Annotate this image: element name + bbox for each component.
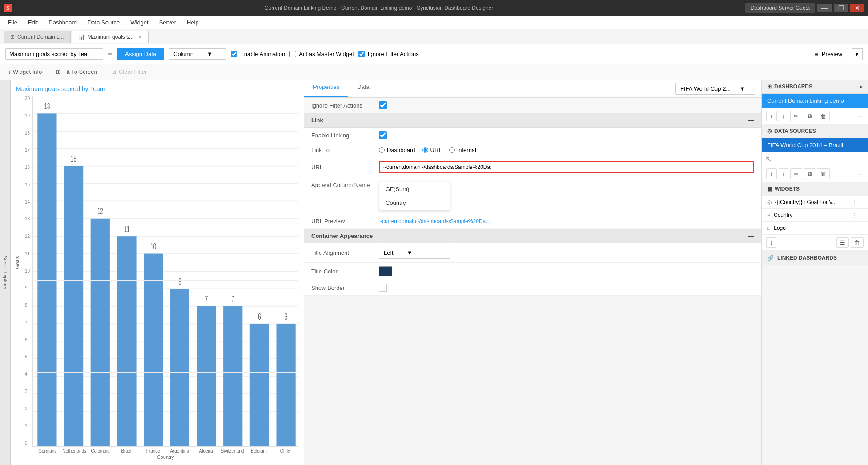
add-dashboard-btn[interactable]: +	[766, 111, 777, 121]
link-to-dashboard-label[interactable]: Dashboard	[379, 147, 415, 153]
datasources-header-inner: ◎ DATA SOURCES	[767, 128, 816, 134]
delete-dashboard-btn[interactable]: 🗑	[817, 111, 830, 121]
widget-item-2[interactable]: □ Logo	[762, 222, 868, 235]
preview-label: Preview	[822, 51, 842, 57]
server-guest-button[interactable]: Dashboard Server Guest	[745, 3, 815, 13]
tab-properties[interactable]: Properties	[304, 80, 348, 97]
copy-dashboard-btn[interactable]: ⧉	[804, 111, 815, 121]
append-col-option-country[interactable]: Country	[379, 196, 450, 210]
link-to-internal-label[interactable]: Internal	[449, 147, 476, 153]
preview-dropdown-button[interactable]: ▼	[852, 48, 863, 60]
current-domain-demo-item[interactable]: Current Domain Linking demo	[762, 94, 868, 108]
svg-text:12: 12	[97, 206, 103, 217]
cursor-icon: ↖	[765, 154, 772, 164]
link-to-url-radio[interactable]	[422, 147, 428, 153]
ignore-filter-actions-row: Ignore Filter Actions	[304, 98, 761, 113]
widget-info-button[interactable]: i Widget Info	[5, 67, 45, 77]
menu-dashboard[interactable]: Dashboard	[44, 17, 81, 28]
widget-list-btn[interactable]: ☰	[836, 237, 849, 248]
widgets-icon: ▦	[767, 186, 772, 192]
ignore-filter-group: Ignore Filter Actions	[358, 51, 419, 57]
link-collapse-icon[interactable]: —	[748, 117, 754, 124]
edit-datasource-btn[interactable]: ✏	[790, 168, 802, 179]
copy-datasource-btn[interactable]: ⧉	[804, 168, 815, 179]
title-color-swatch[interactable]	[379, 266, 392, 276]
enable-animation-checkbox[interactable]	[231, 51, 237, 57]
menu-server[interactable]: Server	[155, 17, 181, 28]
expand-right-icon[interactable]: »	[860, 84, 863, 90]
widget-title-input[interactable]	[5, 48, 103, 60]
container-collapse-icon[interactable]: —	[748, 232, 754, 239]
drag-handle-1[interactable]: ⋮⋮	[852, 212, 863, 218]
menu-bar: File Edit Dashboard Data Source Widget S…	[0, 16, 868, 29]
title-align-label: Title Alignment	[311, 249, 374, 256]
menu-help[interactable]: Help	[182, 17, 203, 28]
svg-rect-24	[91, 219, 110, 446]
menu-edit[interactable]: Edit	[24, 17, 42, 28]
download-datasource-btn[interactable]: ↓	[779, 168, 789, 179]
preview-screen-icon: 🖥	[813, 51, 819, 57]
tab-data[interactable]: Data	[348, 80, 378, 97]
menu-widget[interactable]: Widget	[126, 17, 153, 28]
enable-linking-checkbox[interactable]	[379, 131, 387, 139]
grid-icon: ⊞	[10, 34, 15, 40]
widget-item-0[interactable]: ◎ {{:Country}} : Goal For V... ⋮⋮	[762, 196, 868, 209]
title-bar-right: Dashboard Server Guest — ❐ ✕	[745, 3, 864, 13]
minimize-button[interactable]: —	[817, 4, 832, 12]
append-col-dropdown[interactable]: GF(Sum) Country	[379, 182, 450, 210]
url-preview-label: URL Preview	[311, 218, 374, 224]
assign-data-button[interactable]: Assign Data	[117, 48, 164, 60]
chevron-down-icon: ▼	[407, 249, 413, 256]
url-label: URL	[311, 164, 374, 171]
append-col-list: GF(Sum) Country	[379, 182, 450, 210]
download-widget-btn[interactable]: ↓	[766, 237, 776, 248]
show-border-checkbox[interactable]	[379, 284, 387, 292]
more-icon[interactable]: ···	[859, 113, 864, 120]
delete-datasource-btn[interactable]: 🗑	[817, 168, 830, 179]
menu-file[interactable]: File	[4, 17, 22, 28]
append-col-option-gfsum[interactable]: GF(Sum)	[379, 182, 450, 196]
tab-close-icon[interactable]: ✕	[138, 34, 142, 40]
close-button[interactable]: ✕	[850, 4, 864, 12]
add-datasource-btn[interactable]: +	[766, 168, 777, 179]
title-align-dropdown[interactable]: Left ▼	[379, 247, 450, 259]
datasources-section-header: ◎ DATA SOURCES	[762, 124, 868, 138]
datasource-more-icon[interactable]: ···	[859, 171, 864, 177]
clear-filter-button[interactable]: ⊿ Clear Filter	[108, 67, 151, 77]
url-preview-value[interactable]: ~currentdomain~/dashboards/Sample%20Da..…	[379, 218, 490, 224]
tab-maximum-goals[interactable]: 📊 Maximum goals s... ✕	[72, 31, 149, 43]
tab-current-domain[interactable]: ⊞ Current Domain L...	[4, 31, 71, 43]
append-col-label: Append Column Name	[311, 182, 374, 188]
column-type-dropdown[interactable]: Column ▼	[169, 48, 226, 60]
link-to-url-label[interactable]: URL	[422, 147, 442, 153]
download-dashboard-btn[interactable]: ↓	[779, 111, 789, 121]
svg-rect-28	[144, 254, 163, 446]
svg-text:15: 15	[71, 154, 76, 164]
append-col-row: Append Column Name GF(Sum) Country	[304, 177, 761, 214]
preview-button[interactable]: 🖥 Preview	[808, 48, 848, 60]
widget-label-0: {{:Country}} : Goal For V...	[775, 199, 836, 205]
widget-label-1: Country	[774, 212, 792, 218]
fit-to-screen-button[interactable]: ⊞ Fit To Screen	[52, 67, 100, 77]
widget-label-2: Logo	[774, 225, 786, 231]
ignore-filter-checkbox[interactable]	[358, 51, 365, 57]
chevron-down-icon: ▼	[207, 51, 213, 57]
restore-button[interactable]: ❐	[834, 4, 848, 12]
drag-handle-0[interactable]: ⋮⋮	[852, 199, 863, 205]
url-input[interactable]	[379, 161, 754, 173]
act-master-checkbox[interactable]	[289, 51, 296, 57]
fifa-source-item[interactable]: FIFA World Cup 2014 – Brazil	[762, 138, 868, 152]
act-master-group: Act as Master Widget	[289, 51, 354, 57]
edit-dashboard-btn[interactable]: ✏	[790, 111, 802, 121]
widget-item-1[interactable]: ≡ Country ⋮⋮	[762, 209, 868, 222]
server-explorer-panel[interactable]: Server Explorer	[0, 80, 11, 465]
show-border-row: Show Border	[304, 280, 761, 296]
link-to-dashboard-radio[interactable]	[379, 147, 385, 153]
link-to-internal-radio[interactable]	[449, 147, 455, 153]
widget-delete-btn[interactable]: 🗑	[851, 237, 864, 248]
ignore-filter-actions-checkbox[interactable]	[379, 101, 387, 109]
widgets-actions: ↓ ☰ 🗑	[762, 235, 868, 251]
edit-title-icon[interactable]: ✏	[108, 51, 113, 57]
menu-datasource[interactable]: Data Source	[83, 17, 124, 28]
datasource-dropdown[interactable]: FIFA World Cup 2... ▼	[675, 83, 755, 95]
